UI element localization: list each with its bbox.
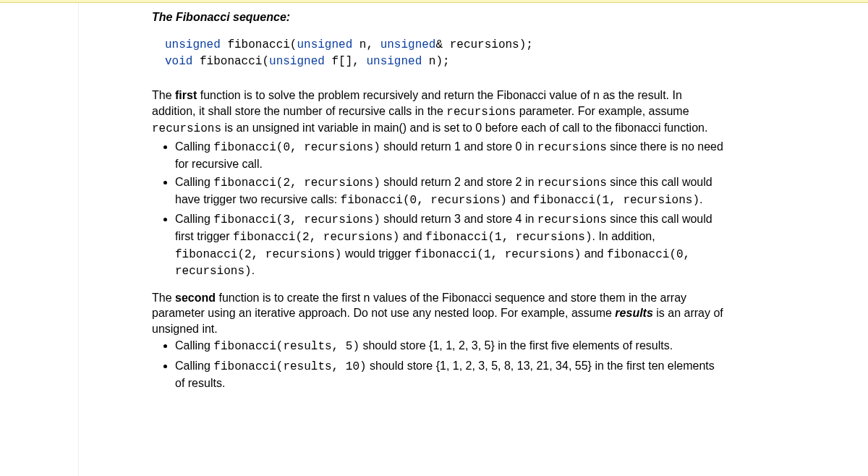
inline-code: recursions [537,177,607,190]
kw-void: void [165,55,192,68]
text: The [152,292,175,304]
code-text: n); [422,55,449,68]
code-text: fibonacci( [192,55,269,68]
inline-code: fibonacci(3, recursions) [213,213,380,226]
inline-code: fibonacci(1, recursions) [414,248,581,261]
bold-second: second [175,292,216,304]
inline-code: fibonacci(0, recursions) [213,141,380,154]
paragraph-first: The first function is to solve the probl… [152,88,723,137]
inline-code: fibonacci(2, recursions) [175,248,341,261]
inline-code: recursions [537,213,607,226]
text: would trigger [341,247,414,260]
inline-code: fibonacci(results, 10) [213,360,366,373]
text: . [699,193,702,205]
code-text: n, [352,38,380,51]
inline-code: fibonacci(0, recursions) [341,194,507,207]
text: is an unsigned int variable in main() an… [221,122,707,134]
text: should return 1 and store 0 in [380,140,537,153]
text: . [252,264,255,276]
text: Calling [175,360,213,372]
text: should return 3 and store 4 in [380,213,537,225]
code-text: fibonacci( [221,38,297,51]
list-item: Calling fibonacci(results, 5) should sto… [175,338,723,355]
list-item: Calling fibonacci(results, 10) should st… [175,358,723,391]
section-heading: The Fibonacci sequence: [152,10,723,25]
bullet-list-second: Calling fibonacci(results, 5) should sto… [152,338,723,391]
text: Calling [175,176,213,188]
text: function is to create the first n values… [152,292,686,320]
text: The [152,89,175,101]
text: should return 2 and store 2 in [380,176,537,188]
text: parameter. For example, assume [516,105,689,117]
kw-unsigned: unsigned [380,38,436,51]
text: and [399,230,425,242]
inline-code: recursions [537,141,607,154]
text: Calling [175,140,213,153]
bullet-list-first: Calling fibonacci(0, recursions) should … [152,139,723,280]
kw-unsigned: unsigned [165,38,221,51]
top-highlight-bar [0,0,868,3]
text: Calling [175,339,213,352]
code-signatures: unsigned fibonacci(unsigned n, unsigned&… [165,37,723,70]
inline-code: recursions [446,106,516,119]
text: Calling [175,213,213,225]
text: should store {1, 1, 2, 3, 5} in the firs… [359,339,673,352]
inline-code: fibonacci(results, 5) [213,340,359,353]
inline-code: fibonacci(2, recursions) [213,177,380,190]
left-gutter [0,3,79,476]
code-text: f[], [325,55,367,68]
kw-unsigned: unsigned [297,38,352,51]
list-item: Calling fibonacci(3, recursions) should … [175,211,723,279]
paragraph-second: The second function is to create the fir… [152,290,723,337]
bold-results: results [615,307,652,319]
inline-code: fibonacci(2, recursions) [233,231,399,244]
text: and [507,193,533,205]
document-body: The Fibonacci sequence: unsigned fibonac… [152,10,723,401]
inline-code: fibonacci(1, recursions) [425,231,592,244]
inline-code: recursions [152,122,221,135]
code-text: & recursions); [435,38,532,51]
text: . In addition, [592,230,655,242]
bold-first: first [175,89,197,101]
kw-unsigned: unsigned [366,55,422,68]
kw-unsigned: unsigned [269,55,325,68]
text: and [581,247,607,260]
list-item: Calling fibonacci(2, recursions) should … [175,174,723,208]
list-item: Calling fibonacci(0, recursions) should … [175,139,723,171]
inline-code: fibonacci(1, recursions) [533,194,699,207]
